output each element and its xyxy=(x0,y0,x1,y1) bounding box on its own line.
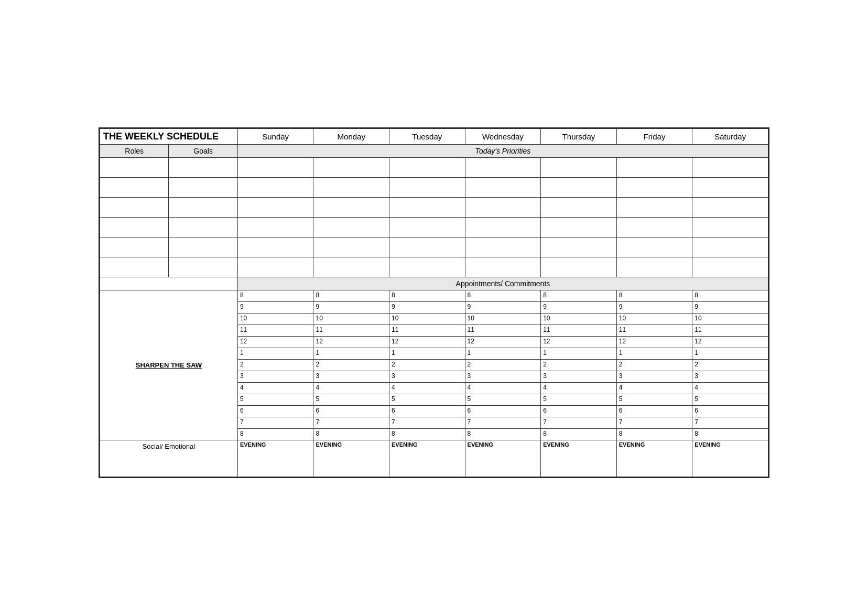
friday-cell[interactable] xyxy=(616,257,692,277)
mon-11[interactable]: 11 xyxy=(313,325,389,336)
wednesday-cell[interactable] xyxy=(465,177,541,197)
mon-1[interactable]: 1 xyxy=(313,348,389,359)
sat-9[interactable]: 9 xyxy=(692,301,768,313)
fri-evening[interactable]: EVENING xyxy=(616,440,692,477)
fri-8[interactable]: 8 xyxy=(616,290,692,301)
tue-4[interactable]: 4 xyxy=(389,382,465,394)
tue-evening[interactable]: EVENING xyxy=(389,440,465,477)
wednesday-cell[interactable] xyxy=(465,197,541,217)
fri-5[interactable]: 5 xyxy=(616,394,692,405)
thu-2[interactable]: 2 xyxy=(541,359,617,371)
fri-6[interactable]: 6 xyxy=(616,405,692,417)
thu-1[interactable]: 1 xyxy=(541,348,617,359)
tue-7[interactable]: 7 xyxy=(389,417,465,428)
tuesday-cell[interactable] xyxy=(389,157,465,177)
friday-cell[interactable] xyxy=(616,157,692,177)
friday-cell[interactable] xyxy=(616,237,692,257)
fri-9[interactable]: 9 xyxy=(616,301,692,313)
wed-8b[interactable]: 8 xyxy=(465,428,541,440)
wed-evening[interactable]: EVENING xyxy=(465,440,541,477)
tue-8b[interactable]: 8 xyxy=(389,428,465,440)
sun-2[interactable]: 2 xyxy=(237,359,313,371)
sat-4[interactable]: 4 xyxy=(692,382,768,394)
fri-2[interactable]: 2 xyxy=(616,359,692,371)
tue-9[interactable]: 9 xyxy=(389,301,465,313)
roles-cell[interactable] xyxy=(100,197,169,217)
sat-10[interactable]: 10 xyxy=(692,313,768,325)
saturday-cell[interactable] xyxy=(692,237,768,257)
wed-1[interactable]: 1 xyxy=(465,348,541,359)
wednesday-cell[interactable] xyxy=(465,217,541,237)
tue-8[interactable]: 8 xyxy=(389,290,465,301)
sunday-cell[interactable] xyxy=(237,217,313,237)
sat-12[interactable]: 12 xyxy=(692,336,768,348)
wednesday-cell[interactable] xyxy=(465,157,541,177)
sun-7[interactable]: 7 xyxy=(237,417,313,428)
sat-8b[interactable]: 8 xyxy=(692,428,768,440)
wed-11[interactable]: 11 xyxy=(465,325,541,336)
sun-5[interactable]: 5 xyxy=(237,394,313,405)
sat-3[interactable]: 3 xyxy=(692,371,768,382)
tue-2[interactable]: 2 xyxy=(389,359,465,371)
sat-7[interactable]: 7 xyxy=(692,417,768,428)
wed-5[interactable]: 5 xyxy=(465,394,541,405)
thu-7[interactable]: 7 xyxy=(541,417,617,428)
sat-1[interactable]: 1 xyxy=(692,348,768,359)
thursday-cell[interactable] xyxy=(541,157,617,177)
goals-cell[interactable] xyxy=(169,197,237,217)
sat-evening[interactable]: EVENING xyxy=(692,440,768,477)
mon-7[interactable]: 7 xyxy=(313,417,389,428)
thursday-cell[interactable] xyxy=(541,197,617,217)
wed-3[interactable]: 3 xyxy=(465,371,541,382)
mon-evening[interactable]: EVENING xyxy=(313,440,389,477)
mon-4[interactable]: 4 xyxy=(313,382,389,394)
tuesday-cell[interactable] xyxy=(389,257,465,277)
thu-8[interactable]: 8 xyxy=(541,290,617,301)
mon-8[interactable]: 8 xyxy=(313,290,389,301)
wed-6[interactable]: 6 xyxy=(465,405,541,417)
fri-10[interactable]: 10 xyxy=(616,313,692,325)
sun-4[interactable]: 4 xyxy=(237,382,313,394)
goals-cell[interactable] xyxy=(169,177,237,197)
mon-9[interactable]: 9 xyxy=(313,301,389,313)
roles-cell[interactable] xyxy=(100,257,169,277)
sun-12[interactable]: 12 xyxy=(237,336,313,348)
friday-cell[interactable] xyxy=(616,177,692,197)
tue-11[interactable]: 11 xyxy=(389,325,465,336)
goals-cell[interactable] xyxy=(169,237,237,257)
mon-5[interactable]: 5 xyxy=(313,394,389,405)
monday-cell[interactable] xyxy=(313,197,389,217)
wed-9[interactable]: 9 xyxy=(465,301,541,313)
mon-8b[interactable]: 8 xyxy=(313,428,389,440)
sunday-cell[interactable] xyxy=(237,177,313,197)
thursday-cell[interactable] xyxy=(541,257,617,277)
sun-1[interactable]: 1 xyxy=(237,348,313,359)
fri-3[interactable]: 3 xyxy=(616,371,692,382)
sunday-cell[interactable] xyxy=(237,237,313,257)
goals-cell[interactable] xyxy=(169,157,237,177)
tue-3[interactable]: 3 xyxy=(389,371,465,382)
thursday-cell[interactable] xyxy=(541,217,617,237)
monday-cell[interactable] xyxy=(313,257,389,277)
sun-6[interactable]: 6 xyxy=(237,405,313,417)
tue-5[interactable]: 5 xyxy=(389,394,465,405)
sunday-cell[interactable] xyxy=(237,257,313,277)
sun-10[interactable]: 10 xyxy=(237,313,313,325)
sunday-cell[interactable] xyxy=(237,197,313,217)
wed-8[interactable]: 8 xyxy=(465,290,541,301)
saturday-cell[interactable] xyxy=(692,217,768,237)
sat-5[interactable]: 5 xyxy=(692,394,768,405)
wed-10[interactable]: 10 xyxy=(465,313,541,325)
monday-cell[interactable] xyxy=(313,237,389,257)
fri-7[interactable]: 7 xyxy=(616,417,692,428)
monday-cell[interactable] xyxy=(313,177,389,197)
tuesday-cell[interactable] xyxy=(389,217,465,237)
saturday-cell[interactable] xyxy=(692,157,768,177)
roles-cell[interactable] xyxy=(100,237,169,257)
roles-cell[interactable] xyxy=(100,177,169,197)
thu-5[interactable]: 5 xyxy=(541,394,617,405)
sat-8[interactable]: 8 xyxy=(692,290,768,301)
tue-6[interactable]: 6 xyxy=(389,405,465,417)
saturday-cell[interactable] xyxy=(692,197,768,217)
sun-evening[interactable]: EVENING xyxy=(237,440,313,477)
